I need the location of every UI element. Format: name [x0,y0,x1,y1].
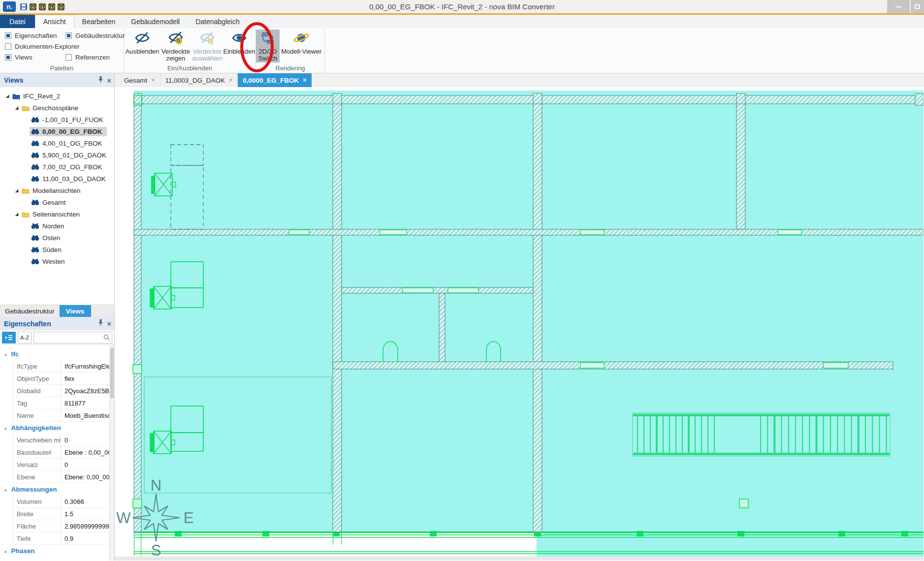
expand-arrow-icon[interactable]: ◢ [13,105,20,110]
tree-item-11-00-03-dg-daok[interactable]: 11,00_03_DG_DAOK [0,173,114,185]
properties-scrollbar[interactable] [109,345,114,561]
expand-arrow-icon[interactable]: ◢ [4,94,11,98]
binoculars-icon [31,164,39,170]
section-name: Abhängigkeiten [11,424,61,432]
tree-item-geschosspl-ne[interactable]: ◢Geschosspläne [0,102,114,114]
property-value[interactable]: 2.98599999999 [61,520,109,532]
document-tab-label: 11,0003_DG_DAOK [165,77,225,84]
property-value[interactable]: 2QyoacZ8zE5Bk [61,385,109,397]
group-label-rendering: Rendering [256,64,324,72]
tree-item-7-00-02-og-fbok[interactable]: 7,00_02_OG_FBOK [0,161,114,173]
planet-icon [293,31,310,48]
import-model-icon[interactable] [29,3,37,11]
property-value[interactable]: 0 [61,459,109,470]
save-icon[interactable] [20,3,28,11]
property-value[interactable]: 0.9 [61,532,109,544]
properties-panel-title: Eigenschaften [4,320,98,328]
property-value[interactable]: 0.3066 [61,496,109,507]
expand-arrow-icon[interactable]: ◢ [13,212,20,217]
checkbox-box[interactable] [65,32,72,39]
tab-close-icon[interactable]: × [229,77,232,84]
property-search-input[interactable] [34,332,112,343]
views-panel-header: Views × [0,73,115,87]
tree-item-4-00-01-og-fbok[interactable]: 4,00_01_OG_FBOK [0,137,114,149]
tab-close-icon[interactable]: × [151,77,155,84]
verdeckte-auswaehlen-button[interactable]: Verdeckte auswählen [191,30,223,62]
ausblenden-button[interactable]: Ausblenden [124,30,160,55]
document-tab[interactable]: 0,0000_EG_FBOK× [238,73,311,87]
ribbon-tab-ansicht[interactable]: Ansicht [35,15,74,28]
update-model-icon[interactable] [57,3,65,11]
tree-item-ifc-revit-2[interactable]: ◢IFC_Revit_2 [0,90,114,102]
panel-tab-geb-udestruktur[interactable]: Gebäudestruktur [0,305,60,317]
pin-icon[interactable] [98,76,103,85]
property-label: Basisbauteil [13,449,61,456]
export-model-icon[interactable] [38,3,46,11]
group-label-ein-ausblenden: Ein/Ausblenden [124,64,255,72]
document-tab-label: Gesamt [124,77,147,84]
close-panel-icon[interactable]: × [107,77,111,84]
minimize-button[interactable] [887,0,910,13]
document-tab[interactable]: Gesamt× [119,73,160,87]
collapse-arrow-icon[interactable]: ▴ [4,549,7,554]
tree-item-0-00-00-eg-fbok[interactable]: 0,00_00_EG_FBOK [0,125,114,137]
checkbox-box[interactable] [65,54,72,61]
einblenden-button[interactable]: Einblenden [223,30,255,55]
tree-item-westen[interactable]: Westen [0,255,114,267]
categorized-view-button[interactable] [2,332,16,343]
modell-viewer-button[interactable]: Modell-Viewer [280,30,323,55]
2d-3d-switch-button[interactable]: 2D3D 2D/3D Switch [256,30,280,62]
tree-item-modellansichten[interactable]: ◢Modellansichten [0,185,114,196]
property-value[interactable]: 0 [61,434,109,446]
property-value[interactable]: 811877 [61,397,109,409]
drawing-canvas[interactable]: N E S W [115,87,924,561]
sync-model-icon[interactable] [48,3,56,11]
property-section-abmessungen[interactable]: ▴Abmessungen [0,483,114,496]
property-section-phasen[interactable]: ▴Phasen [0,545,114,557]
property-value[interactable]: 1.5 [61,508,109,520]
checkbox-geb-udestruktur[interactable]: Gebäudestruktur [65,32,125,39]
group-label-paletten: Paletten [0,64,124,72]
alphabetical-sort-button[interactable]: A-Z [18,332,32,343]
property-section-ifc[interactable]: ▴Ifc [0,348,114,360]
checkbox-box[interactable] [5,54,11,61]
document-tab[interactable]: 11,0003_DG_DAOK× [160,73,238,87]
property-value[interactable]: Moeb_Buerotisc [61,409,109,421]
maximize-button[interactable] [911,0,924,13]
collapse-arrow-icon[interactable]: ▴ [4,426,7,431]
tree-item-gesamt[interactable]: Gesamt [0,196,114,208]
tree-item-s-den[interactable]: Süden [0,244,114,255]
ribbon-tab-bearbeiten[interactable]: Bearbeiten [74,15,124,28]
property-value[interactable]: Ebene: 0,00_00_ [61,471,109,483]
ribbon-tab-datei[interactable]: Datei [0,15,35,28]
checkbox-dokumenten-explorer[interactable]: Dokumenten-Explorer [5,43,79,50]
verdeckte-zeigen-button[interactable]: Verdeckte zeigen [160,30,191,62]
pin-icon[interactable] [98,319,103,328]
checkbox-eigenschaften[interactable]: Eigenschaften [5,32,57,39]
panel-tab-views[interactable]: Views [60,305,91,317]
tree-item--1-00-01-fu-fuok[interactable]: -1,00_01_FU_FUOK [0,114,114,125]
checkbox-referenzen[interactable]: Referenzen [65,54,110,61]
checkbox-box[interactable] [5,43,11,50]
collapse-arrow-icon[interactable]: ▴ [4,352,7,357]
tree-item-osten[interactable]: Osten [0,232,114,244]
ribbon-tab-datenabgleich[interactable]: Datenabgleich [188,15,248,28]
tree-item-seitenansichten[interactable]: ◢Seitenansichten [0,208,114,220]
collapse-arrow-icon[interactable]: ▴ [4,487,7,492]
close-panel-icon[interactable]: × [107,320,111,327]
tree-item-norden[interactable]: Norden [0,220,114,232]
property-value[interactable]: flex [61,373,109,384]
document-tab-label: 0,0000_EG_FBOK [243,77,299,84]
property-section-abh-ngigkeiten[interactable]: ▴Abhängigkeiten [0,422,114,434]
checkbox-views[interactable]: Views [5,54,32,61]
checkbox-box[interactable] [5,32,11,39]
scrollbar-thumb[interactable] [110,348,114,398]
property-value[interactable]: IfcFurnishingEle [61,360,109,372]
tree-item-5-900-01-dg-daok[interactable]: 5,900_01_DG_DAOK [0,149,114,161]
tab-close-icon[interactable]: × [303,77,306,84]
expand-arrow-icon[interactable]: ◢ [13,188,20,193]
section-name: Abmessungen [11,486,57,493]
property-value[interactable]: Ebene : 0,00_00 [61,446,109,458]
tree-item-label: Süden [42,246,62,253]
ribbon-tab-gebäudemodell[interactable]: Gebäudemodell [123,15,188,28]
